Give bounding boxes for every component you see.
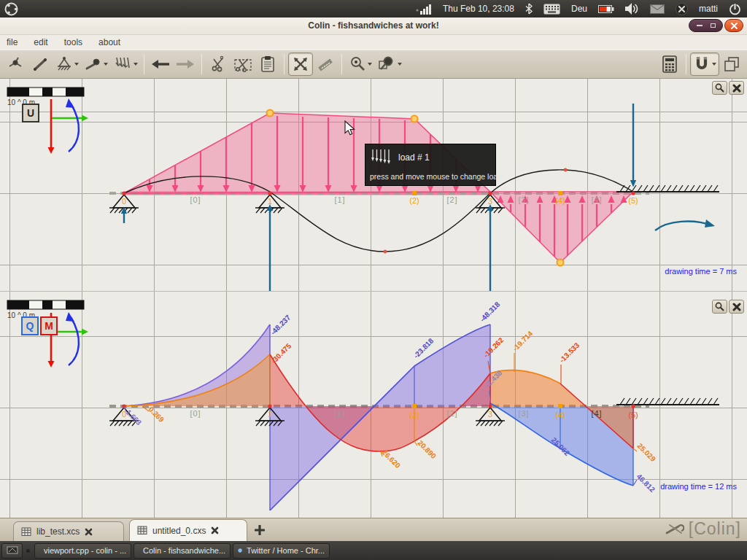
svg-text:26.620: 26.620 [381, 448, 403, 470]
task-window-chromium[interactable]: Twitter / Home - Chr... [233, 543, 330, 559]
menu-edit[interactable]: edit [26, 37, 55, 47]
paste-button[interactable] [255, 52, 280, 76]
scale-bar [7, 88, 84, 96]
plus-icon [255, 525, 265, 535]
toolbar-separator [144, 54, 144, 74]
title-bar[interactable]: Colin - fishsandwiches at work! [0, 18, 747, 35]
maximize-icon[interactable] [711, 23, 716, 28]
task-window-qtcreator[interactable]: Qt viewport.cpp - colin - ... [34, 543, 131, 559]
node-icon [7, 55, 24, 73]
measure-tool-button[interactable] [313, 52, 338, 76]
magnet-icon [693, 55, 711, 74]
tooltip-hint: press and move mouse to change load! [370, 172, 491, 181]
document-tab-bar: lib_test.xcs untitled_0.cxs [0, 518, 747, 541]
tooltip-title: load # 1 [398, 152, 430, 163]
q-mode-label: Q [26, 320, 34, 332]
load-icon [370, 148, 392, 167]
menu-file[interactable]: file [0, 37, 26, 47]
keyboard-layout-icon[interactable] [543, 4, 560, 15]
load-tooltip: load # 1 press and move mouse to change … [365, 144, 496, 186]
scissors-region-icon [233, 55, 252, 73]
new-tab-button[interactable] [252, 523, 268, 537]
close-icon[interactable] [211, 526, 219, 534]
cut-region-button[interactable] [231, 52, 255, 76]
task-window-label: Twitter / Home - Chr... [247, 546, 325, 555]
support-tool-button[interactable] [53, 52, 82, 76]
chromium-icon [238, 545, 242, 556]
keyboard-layout-label[interactable]: Deu [571, 4, 587, 14]
redo-button[interactable] [173, 52, 198, 76]
battery-icon[interactable] [598, 4, 614, 15]
svg-text:3: 3 [488, 410, 492, 419]
chevron-down-icon [74, 63, 79, 66]
minimize-icon[interactable] [697, 25, 703, 26]
ruler-icon [317, 55, 334, 73]
wrench-icon [665, 523, 684, 536]
mail-icon[interactable] [650, 4, 665, 14]
move-tool-button[interactable] [288, 52, 313, 76]
ground-support-node5[interactable] [616, 398, 719, 405]
tab-label: lib_test.xcs [36, 526, 80, 537]
window-title: Colin - fishsandwiches at work! [0, 20, 747, 31]
hinge-tool-button[interactable] [82, 52, 111, 76]
tab-untitled[interactable]: untitled_0.cxs [129, 519, 247, 541]
network-signal-icon[interactable] [416, 4, 432, 15]
undo-button[interactable] [148, 52, 173, 76]
chevron-down-icon [712, 63, 716, 66]
drawing-canvas: 0 1 3 (2) (4) (5) [0, 79, 747, 518]
beam-tool-button[interactable] [28, 52, 53, 76]
magnet-snap-button[interactable] [690, 52, 719, 76]
bluetooth-icon[interactable] [525, 3, 533, 15]
viewport-layout-button[interactable] [719, 52, 744, 76]
menu-about[interactable]: about [90, 37, 128, 47]
svg-text:1: 1 [268, 410, 272, 419]
toolbar-separator [341, 54, 342, 74]
document-grid-icon [21, 527, 31, 537]
viewport2-canvas[interactable]: 0 1 3 (2) (4) (5) [0] [1] [2] [3] [0, 292, 747, 518]
task-window-colin[interactable]: Colin - fishsandwiche... [133, 543, 231, 559]
node-tool-button[interactable] [3, 52, 28, 76]
username-label[interactable]: matti [699, 4, 718, 14]
beam-icon [31, 55, 49, 73]
close-icon[interactable] [85, 528, 93, 536]
power-icon[interactable] [729, 3, 741, 15]
ubuntu-logo-icon[interactable] [4, 2, 18, 16]
svg-text:-48.237: -48.237 [269, 313, 293, 336]
volume-icon[interactable] [625, 3, 639, 15]
move-icon [292, 55, 309, 73]
zoom-region-tool-button[interactable] [375, 52, 404, 76]
chevron-down-icon [104, 63, 108, 66]
viewport1-close-button[interactable] [729, 81, 744, 95]
svg-text:[0]: [0] [190, 195, 201, 204]
menu-bar: file edit tools about [0, 35, 747, 50]
zoom-tool-button[interactable] [346, 52, 375, 76]
load-tool-button[interactable] [111, 52, 140, 76]
show-desktop-button[interactable] [1, 543, 23, 559]
calculate-button[interactable] [657, 52, 682, 76]
u-mode-label: U [27, 107, 34, 119]
viewports-icon [722, 55, 741, 73]
menu-tools[interactable]: tools [56, 37, 90, 47]
close-button[interactable] [724, 19, 743, 32]
svg-text:[3]: [3] [518, 195, 529, 204]
viewport2-close-button[interactable] [729, 300, 744, 314]
viewport2-zoom-button[interactable] [712, 300, 727, 314]
task-window-label: viewport.cpp - colin - ... [44, 546, 126, 555]
svg-text:(2): (2) [409, 196, 419, 205]
cut-button[interactable] [206, 52, 231, 76]
toolbar [0, 50, 747, 79]
svg-text:[4]: [4] [591, 195, 602, 204]
viewport1-zoom-button[interactable] [712, 81, 727, 95]
window-controls [689, 19, 743, 32]
top-panel: Thu Feb 10, 23:08 Deu [0, 0, 747, 18]
svg-text:0.269: 0.269 [147, 405, 166, 424]
magnifier-icon [715, 302, 724, 311]
drawing-time-1: drawing time = 7 ms [665, 267, 737, 276]
tab-lib-test[interactable]: lib_test.xcs [13, 521, 124, 541]
svg-text:[3]: [3] [518, 409, 529, 418]
me-menu-icon[interactable] [676, 3, 688, 15]
clock[interactable]: Thu Feb 10, 23:08 [443, 4, 514, 14]
svg-text:[0]: [0] [190, 409, 201, 418]
load-icon [113, 55, 132, 73]
minimize-maximize-buttons[interactable] [689, 19, 723, 32]
